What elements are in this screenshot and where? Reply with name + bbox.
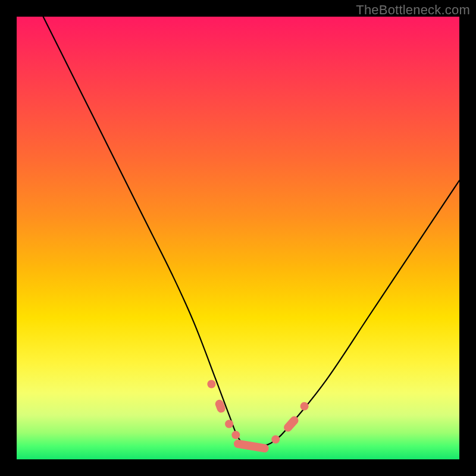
plot-area (17, 17, 459, 459)
curve-marker-dot (207, 380, 215, 389)
bottleneck-curve-svg (17, 17, 459, 459)
marker-layer (207, 380, 308, 453)
bottleneck-curve (43, 17, 459, 447)
curve-marker-dot (225, 420, 233, 428)
watermark-text: TheBottleneck.com (356, 2, 470, 18)
curve-marker-dot (300, 402, 309, 411)
chart-frame: TheBottleneck.com (0, 0, 476, 476)
curve-marker-pill (214, 399, 227, 414)
curve-marker-dot (271, 436, 280, 444)
curve-marker-pill (233, 439, 270, 453)
curve-marker-dot (231, 431, 240, 439)
